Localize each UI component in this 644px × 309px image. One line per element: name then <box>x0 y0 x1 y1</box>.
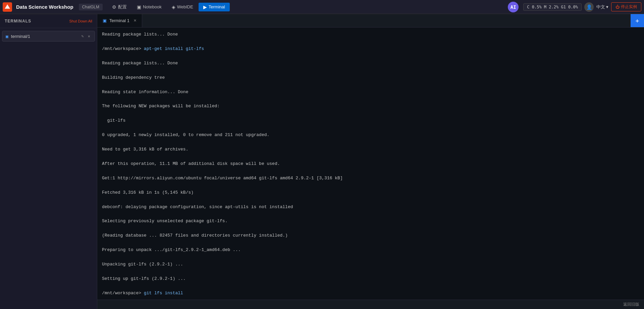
topbar-right: AI C 0.5% M 2.2% G1 0.0% 👤 中文 ▾ ⏻ 停止实例 <box>508 2 641 12</box>
terminal-line: (Reading database ... 82457 files and di… <box>102 232 639 239</box>
app-title: Data Science Workshop <box>16 4 73 10</box>
top-nav: ⚙ 配置 ▣ Notebook ◈ WebIDE ▶ Terminal <box>107 2 506 12</box>
sidebar-header: TERMINALS Shut Down All <box>0 14 97 28</box>
terminal-line: Get:1 http://mirrors.aliyun.com/ubuntu f… <box>102 175 639 182</box>
terminal-line: Need to get 3,316 kB of archives. <box>102 146 639 153</box>
terminal-area: ▣ Terminal 1 ✕ + Reading package lists..… <box>97 14 644 309</box>
sidebar-title: TERMINALS <box>5 19 31 23</box>
nav-notebook-label: Notebook <box>143 4 162 9</box>
rename-terminal-button[interactable]: ✎ <box>80 34 85 39</box>
terminal-tabs-bar: ▣ Terminal 1 ✕ + <box>97 14 644 27</box>
main-layout: TERMINALS Shut Down All ▣ terminal/1 ✎ ✕… <box>0 14 644 309</box>
terminal-nav-icon: ▶ <box>203 4 207 10</box>
terminal-item-name: terminal/1 <box>11 34 78 39</box>
terminal-line: git-lfs <box>102 117 639 124</box>
nav-webide-label: WebIDE <box>177 4 193 9</box>
terminal-line: Reading package lists... Done <box>102 60 639 67</box>
nav-terminal-label: Terminal <box>209 4 225 9</box>
terminal-line: /mnt/workspace> apt-get install git-lfs <box>102 45 639 52</box>
terminal-line: Reading state information... Done <box>102 88 639 96</box>
webide-icon: ◈ <box>172 4 175 10</box>
sidebar: TERMINALS Shut Down All ▣ terminal/1 ✎ ✕ <box>0 14 97 309</box>
terminal-list-item[interactable]: ▣ terminal/1 ✎ ✕ <box>2 31 95 42</box>
terminal-line: Fetched 3,316 kB in 1s (5,145 kB/s) <box>102 189 639 196</box>
close-terminal-button[interactable]: ✕ <box>87 34 91 39</box>
chevron-down-icon: ▾ <box>606 4 608 9</box>
logo-icon <box>3 2 12 12</box>
terminal-line: After this operation, 11.1 MB of additio… <box>102 160 639 167</box>
terminal-item-actions: ✎ ✕ <box>80 34 91 39</box>
terminal-line: The following NEW packages will be insta… <box>102 103 639 110</box>
terminal-line: Setting up git-lfs (2.9.2-1) ... <box>102 275 639 282</box>
language-selector[interactable]: 中文 ▾ <box>596 4 608 10</box>
terminal-tab-icon: ▣ <box>103 18 107 23</box>
terminal-line: Selecting previously unselected package … <box>102 218 639 225</box>
shutdown-all-button[interactable]: Shut Down All <box>69 19 92 23</box>
terminal-line: Preparing to unpack .../git-lfs_2.9.2-1_… <box>102 246 639 253</box>
terminal-line: 0 upgraded, 1 newly installed, 0 to remo… <box>102 131 639 138</box>
terminal-line: debconf: delaying package configuration,… <box>102 203 639 210</box>
svg-marker-0 <box>5 4 10 9</box>
terminal-line: /mnt/workspace> git lfs install <box>102 290 639 297</box>
terminal-line: Building dependency tree <box>102 74 639 81</box>
terminal-line: Unpacking git-lfs (2.9.2-1) ... <box>102 261 639 268</box>
terminal-item-icon: ▣ <box>6 34 8 39</box>
nav-config[interactable]: ⚙ 配置 <box>107 2 131 12</box>
power-icon: ⏻ <box>615 5 620 9</box>
top-navbar: Data Science Workshop ChatGLM ⚙ 配置 ▣ Not… <box>0 0 644 14</box>
nav-webide[interactable]: ◈ WebIDE <box>167 3 198 11</box>
ai-assistant-icon[interactable]: AI <box>508 2 519 12</box>
nav-terminal[interactable]: ▶ Terminal <box>199 3 230 11</box>
add-terminal-button[interactable]: + <box>631 14 644 27</box>
nav-notebook[interactable]: ▣ Notebook <box>132 3 166 11</box>
stop-instance-button[interactable]: ⏻ 停止实例 <box>611 2 641 11</box>
nav-config-label: 配置 <box>118 4 127 10</box>
terminal-line: Reading package lists... Done <box>102 31 639 38</box>
project-tag: ChatGLM <box>79 4 103 10</box>
lang-label: 中文 <box>596 4 605 10</box>
terminal-tab-label: Terminal 1 <box>109 18 129 23</box>
system-stats: C 0.5% M 2.2% G1 0.0% <box>523 3 582 11</box>
terminal-output[interactable]: Reading package lists... Done/mnt/worksp… <box>97 27 644 300</box>
terminal-list: ▣ terminal/1 ✎ ✕ <box>0 28 97 44</box>
notebook-icon: ▣ <box>137 4 141 10</box>
back-to-old-button[interactable]: 返回旧版 <box>623 302 639 307</box>
user-avatar[interactable]: 👤 <box>584 2 594 12</box>
bottom-bar: 返回旧版 <box>97 300 644 309</box>
terminal-tab-1[interactable]: ▣ Terminal 1 ✕ <box>97 14 142 27</box>
terminal-tab-close-button[interactable]: ✕ <box>133 18 137 23</box>
config-icon: ⚙ <box>112 4 116 10</box>
